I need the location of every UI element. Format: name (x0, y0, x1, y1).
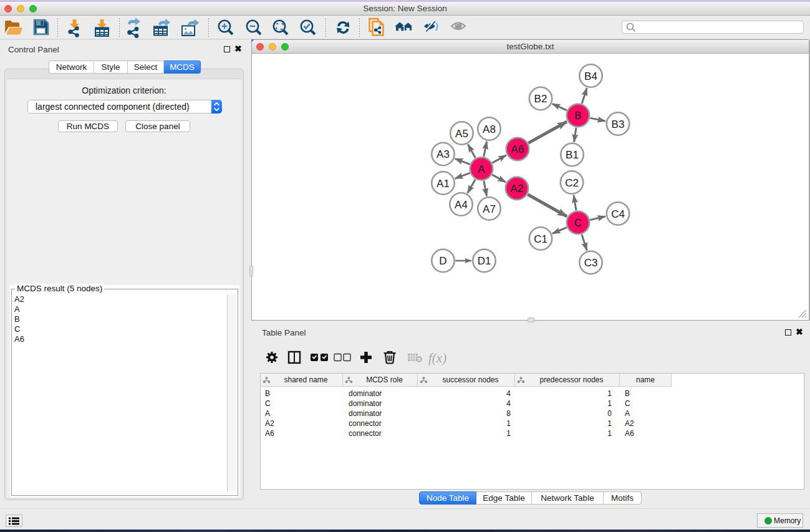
svg-text:A3: A3 (436, 148, 450, 160)
svg-text:A8: A8 (483, 123, 496, 135)
svg-text:B: B (574, 110, 581, 122)
svg-text:C2: C2 (565, 177, 579, 189)
svg-text:B1: B1 (566, 149, 579, 161)
svg-text:A1: A1 (436, 178, 450, 190)
svg-text:C: C (574, 217, 582, 229)
svg-text:A2: A2 (511, 183, 524, 195)
svg-text:A7: A7 (483, 203, 496, 215)
svg-text:B2: B2 (534, 93, 547, 105)
svg-text:C4: C4 (611, 208, 625, 220)
svg-text:A6: A6 (511, 143, 524, 155)
svg-text:C1: C1 (534, 233, 547, 245)
svg-text:D1: D1 (478, 255, 491, 267)
svg-text:D: D (439, 255, 446, 267)
svg-text:A: A (478, 163, 485, 175)
svg-text:C3: C3 (584, 257, 598, 269)
svg-text:B4: B4 (584, 70, 597, 82)
svg-text:A5: A5 (455, 128, 468, 140)
svg-text:A4: A4 (455, 199, 468, 211)
svg-text:B3: B3 (612, 118, 625, 130)
